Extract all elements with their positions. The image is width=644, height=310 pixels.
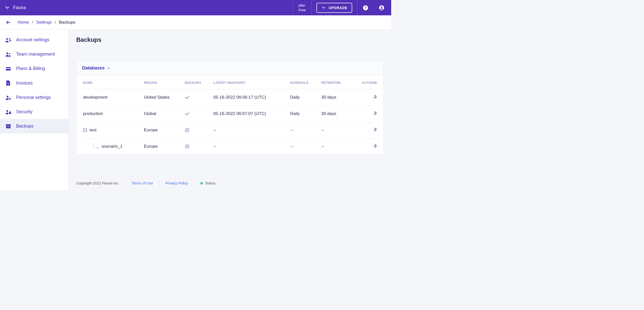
brand-logo-icon (5, 5, 10, 11)
sidebar-item-account-settings[interactable]: Account settings (0, 33, 68, 47)
back-button[interactable] (6, 20, 11, 25)
help-button[interactable]: ? (357, 0, 374, 15)
card-title[interactable]: Databases (82, 65, 105, 71)
db-name[interactable]: scenario_1 (102, 144, 123, 149)
db-name[interactable]: production (83, 111, 103, 116)
svg-point-9 (9, 53, 10, 54)
column-header: ACTIONS (351, 75, 383, 89)
account-button[interactable] (374, 0, 391, 15)
breadcrumb-bar: Home / Settings / Backups (0, 15, 391, 30)
sidebar-item-backups[interactable]: Backups (0, 119, 68, 133)
db-name[interactable]: development (83, 95, 107, 100)
table-row: testEurope------ (76, 122, 383, 138)
plan-box: plan Free (293, 0, 312, 15)
row-settings-button[interactable] (372, 111, 377, 115)
page-title: Backups (76, 36, 384, 50)
users-icon (5, 52, 12, 57)
check-icon (185, 95, 208, 100)
row-settings-button[interactable] (372, 127, 377, 132)
sidebar-item-label: Invoices (16, 81, 33, 86)
user-cog-icon (5, 95, 12, 100)
disabled-icon (185, 144, 208, 149)
sidebar: Account settingsTeam managementPlans & B… (0, 30, 69, 190)
table-row: scenario_1Europe------ (76, 138, 383, 155)
content: Backups Databases NAMEREGIONBACKUPSLATES… (69, 30, 391, 190)
svg-point-16 (10, 98, 10, 99)
brand-name: Fauna (13, 5, 26, 10)
svg-point-26 (97, 147, 99, 148)
sidebar-item-plans-billing[interactable]: Plans & Billing (0, 61, 68, 76)
collapse-icon[interactable] (83, 128, 87, 132)
sidebar-item-security[interactable]: Security (0, 105, 68, 119)
db-retention: 30 days (319, 89, 351, 106)
sidebar-item-personal-settings[interactable]: Personal settings (0, 90, 68, 105)
disabled-icon (185, 128, 208, 133)
sidebar-item-team-management[interactable]: Team management (0, 47, 68, 61)
breadcrumb-separator: / (32, 20, 33, 25)
db-retention: -- (319, 122, 351, 138)
sidebar-item-label: Security (16, 109, 32, 114)
archive-icon (5, 124, 12, 129)
chevron-down-icon[interactable] (107, 67, 110, 70)
db-region: Europe (141, 138, 182, 155)
svg-point-7 (10, 40, 11, 41)
db-retention: 30 days (319, 106, 351, 122)
footer: Copyright 2022 Fauna Inc. Terms of Use P… (76, 173, 384, 190)
db-latest-snapshot: -- (211, 138, 288, 155)
plan-label: plan (299, 3, 306, 8)
sidebar-item-label: Backups (16, 124, 33, 129)
footer-status[interactable]: Status (200, 181, 216, 185)
svg-line-25 (186, 129, 188, 131)
row-settings-button[interactable] (372, 143, 377, 148)
sidebar-item-label: Team management (16, 52, 55, 57)
svg-line-28 (186, 145, 188, 148)
breadcrumb-current: Backups (59, 20, 75, 25)
db-schedule: -- (288, 138, 319, 155)
db-latest-snapshot: 05-16-2022 06:06:17 (UTC) (211, 89, 288, 106)
sidebar-item-label: Personal settings (16, 95, 51, 100)
svg-point-17 (7, 110, 8, 112)
topbar: Fauna plan Free UPGRADE ? (0, 0, 391, 15)
user-lock-icon (5, 109, 12, 114)
column-header: SCHEDULE (288, 75, 319, 89)
row-settings-button[interactable] (372, 94, 377, 99)
footer-terms-link[interactable]: Terms of Use (132, 181, 153, 185)
db-region: United States (141, 89, 182, 106)
svg-rect-12 (7, 83, 9, 83)
db-name[interactable]: test (90, 128, 96, 133)
svg-rect-19 (6, 124, 11, 126)
table-row: productionGlobal05-16-2022 06:07:07 (UTC… (76, 106, 383, 122)
svg-rect-11 (6, 68, 11, 69)
sidebar-item-label: Account settings (16, 37, 49, 43)
upgrade-button[interactable]: UPGRADE (316, 3, 352, 13)
svg-point-14 (7, 96, 9, 97)
db-schedule: Daily (288, 89, 319, 106)
svg-point-3 (381, 6, 382, 8)
tree-leaf-icon (93, 144, 99, 149)
databases-table: NAMEREGIONBACKUPSLATEST SNAPSHOTSCHEDULE… (76, 75, 383, 154)
db-backups-status (182, 89, 211, 106)
breadcrumb-settings[interactable]: Settings (36, 20, 52, 25)
sidebar-item-label: Plans & Billing (16, 66, 45, 71)
upgrade-label: UPGRADE (329, 6, 347, 10)
db-retention: -- (319, 138, 351, 155)
breadcrumb: Home / Settings / Backups (18, 20, 75, 25)
sidebar-item-invoices[interactable]: $Invoices (0, 76, 68, 90)
svg-rect-20 (6, 126, 11, 128)
db-latest-snapshot: -- (211, 122, 288, 138)
column-header: RETENTION (319, 75, 351, 89)
svg-rect-21 (8, 126, 9, 127)
footer-privacy-link[interactable]: Privacy Policy (165, 181, 188, 185)
users-cog-icon (5, 37, 12, 43)
column-header: LATEST SNAPSHOT (211, 75, 288, 89)
db-schedule: -- (288, 122, 319, 138)
footer-copyright: Copyright 2022 Fauna Inc. (76, 181, 119, 185)
breadcrumb-separator: / (55, 20, 56, 25)
breadcrumb-home[interactable]: Home (18, 20, 29, 25)
svg-point-8 (7, 52, 8, 54)
db-latest-snapshot: 05-16-2022 06:07:07 (UTC) (211, 106, 288, 122)
table-row: developmentUnited States05-16-2022 06:06… (76, 89, 383, 106)
credit-card-icon (5, 66, 12, 71)
check-icon (185, 111, 208, 116)
db-backups-status (182, 106, 211, 122)
